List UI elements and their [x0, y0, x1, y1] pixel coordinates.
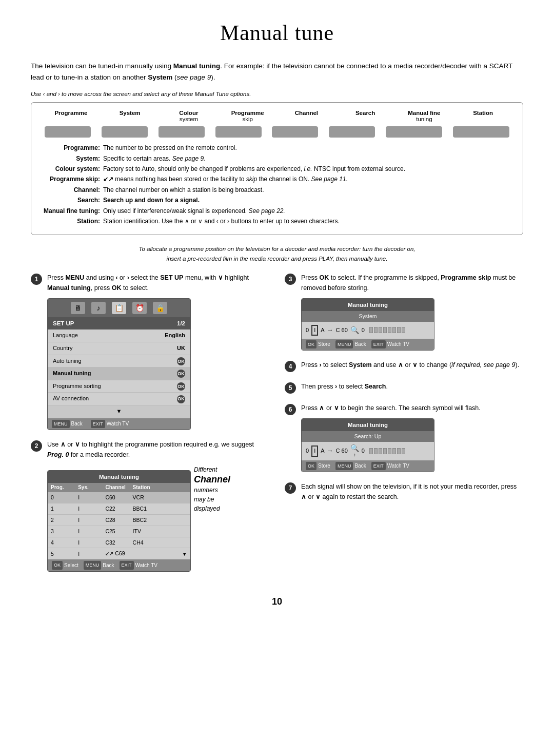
steps-right: 3 Press OK to select. If the programme i…	[285, 273, 523, 581]
menu-btn-7[interactable]	[386, 126, 442, 138]
setup-screen: 🖥 ♪ 📋 ⏰ 🔒 SET UP 1/2 Language English	[47, 298, 191, 430]
screen-icons: 🖥 ♪ 📋 ⏰ 🔒	[48, 299, 190, 317]
footer-exit: EXIT Watch TV	[91, 420, 129, 428]
bar2-2	[374, 448, 378, 454]
desc-system: System: Specific to certain areas. See p…	[42, 153, 512, 164]
setup-row-manual-tuning[interactable]: Manual tuning OK	[48, 367, 190, 380]
step-5: 5 Then press › to select Search.	[285, 381, 523, 394]
step-3: 3 Press OK to select. If the programme i…	[285, 273, 523, 351]
tuning-table-title: Manual tuning	[48, 471, 190, 483]
row1-sys: I	[78, 505, 105, 513]
bar2-3	[379, 448, 382, 454]
footer-ok: OK Select	[52, 561, 78, 569]
menu-btn-1[interactable]	[45, 126, 91, 138]
bar4	[383, 327, 387, 333]
page-number: 10	[31, 596, 523, 607]
menu-buttons	[42, 126, 512, 138]
row0-prog: 0	[51, 493, 78, 502]
setup-rows: Language English Country UK Auto tuning …	[48, 329, 190, 418]
bar5	[388, 327, 391, 333]
step-2: 2 Use ∧ or ∨ to highlight the programme …	[31, 439, 269, 572]
menu-label-search: Search	[347, 110, 383, 122]
signal-title-2: Manual tuning	[302, 419, 434, 431]
sf2-exit: EXIT Watch TV	[371, 462, 409, 470]
menu-btn-6[interactable]	[329, 126, 375, 138]
menu-label-system: System	[112, 110, 148, 122]
icon-settings: 📋	[112, 302, 126, 314]
sf2-label-store: Store	[318, 462, 330, 470]
menu-label-station: Station	[465, 110, 501, 122]
desc-search: Search: Search up and down for a signal.	[42, 195, 512, 205]
sv-i: I	[311, 325, 318, 336]
step-4-number: 4	[285, 361, 296, 372]
signal-title-1: Manual tuning	[302, 299, 434, 311]
th-sys: Sys.	[78, 483, 105, 492]
sf-label-watch: Watch TV	[387, 340, 409, 348]
th-prog: Prog.	[51, 483, 78, 492]
setup-row-prog-sorting: Programme sorting OK	[48, 380, 190, 393]
row5-prog: 5	[51, 550, 78, 558]
signal-bars-1	[369, 327, 405, 333]
desc-prog-skip: Programme skip: ↙↗ means nothing has bee…	[42, 174, 512, 184]
menu-btn-5[interactable]	[272, 126, 318, 138]
icon-tv: 🖥	[71, 302, 85, 314]
setup-val-av: OK	[177, 394, 185, 403]
menu-label-prog-skip: Programmeskip	[230, 110, 266, 122]
menu-btn-8[interactable]	[453, 126, 509, 138]
sv2-c60: C 60	[336, 447, 348, 456]
sv-search-icon: 🔍	[350, 324, 359, 336]
setup-label-country: Country	[53, 344, 73, 353]
signal-bars-2	[369, 448, 405, 454]
setup-val-auto-tuning: OK	[177, 357, 185, 366]
step-1: 1 Press MENU and using ‹ or › select the…	[31, 273, 269, 430]
row1-station: BBC1	[133, 505, 160, 513]
sf2-ok: OK Store	[306, 462, 330, 470]
menu-btn-3[interactable]	[159, 126, 205, 138]
sv-a: A	[321, 326, 324, 335]
step-5-content: Then press › to select Search.	[301, 381, 523, 392]
sf2-key-exit: EXIT	[371, 462, 386, 470]
sf-menu: MENU Back	[335, 340, 366, 348]
tuning-table-footer: OK Select MENU Back EXIT Watch TV	[48, 559, 190, 571]
row4-sys: I	[78, 538, 105, 547]
italic-note: To allocate a programme position on the …	[31, 244, 523, 263]
bar1	[369, 327, 373, 333]
step-7-content: Each signal will show on the television,…	[301, 481, 523, 502]
setup-val-prog-sorting: OK	[177, 382, 185, 391]
setup-footer: MENU Back EXIT Watch TV	[48, 418, 190, 430]
signal-screen-2: Manual tuning Search: Up 0 I A → C 60 🔍 …	[301, 418, 434, 472]
step-3-content: Press OK to select. If the programme is …	[301, 273, 523, 351]
sf-key-exit: EXIT	[371, 340, 386, 348]
menu-label-channel: Channel	[288, 110, 324, 122]
row1-channel: C22	[105, 505, 132, 513]
signal-values-2: 0 I A → C 60 🔍 ↕ 0	[302, 442, 434, 460]
th-channel: Channel	[105, 483, 132, 492]
tuning-table-body: 0 I C60 VCR 1 I C22 BBC1	[48, 492, 190, 559]
bar3	[379, 327, 382, 333]
menu-btn-2[interactable]	[102, 126, 148, 138]
footer-key-exit: EXIT	[91, 420, 105, 428]
step-7: 7 Each signal will show on the televisio…	[285, 481, 523, 502]
sf-key-menu: MENU	[335, 340, 353, 348]
row4-channel: C32	[105, 538, 132, 547]
sf-label-store: Store	[318, 340, 330, 348]
row0-station: VCR	[133, 493, 160, 502]
icon-clock: ⏰	[132, 302, 147, 314]
menu-instruction: Use ‹ and › to move across the screen an…	[31, 91, 523, 97]
page-title: Manual tune	[31, 21, 523, 45]
row3-sys: I	[78, 527, 105, 536]
footer-label-back: Back	[71, 420, 83, 428]
signal-subtitle-2: Search: Up	[302, 431, 434, 442]
icon-lock: 🔒	[153, 302, 167, 314]
intro-paragraph: The television can be tuned-in manually …	[31, 61, 523, 83]
menu-btn-4[interactable]	[215, 126, 262, 138]
setup-title-bar: SET UP 1/2	[48, 317, 190, 329]
footer-menu-2: MENU Back	[84, 561, 114, 569]
menu-label-manual-fine: Manual finetuning	[406, 110, 442, 122]
bar2-4	[383, 448, 387, 454]
footer-key-ok: OK	[52, 561, 63, 569]
row2-prog: 2	[51, 516, 78, 525]
menu-labels: Programme System Coloursystem Programmes…	[42, 110, 512, 122]
table-row-2: 2 I C28 BBC2	[48, 515, 190, 526]
bar2-7	[397, 448, 401, 454]
